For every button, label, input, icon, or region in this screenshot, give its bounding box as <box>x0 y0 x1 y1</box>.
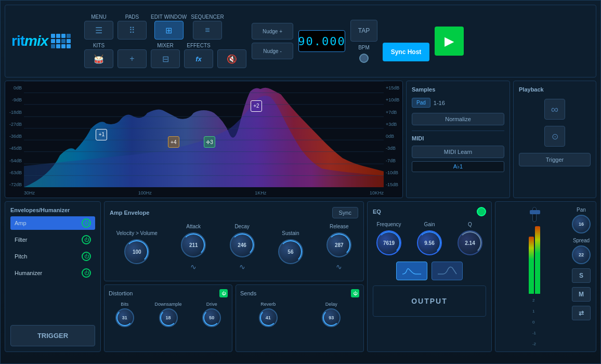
release-knob[interactable]: 287 <box>326 232 351 257</box>
shuffle-button[interactable]: ⇄ <box>572 306 591 320</box>
filter-power-icon[interactable]: ⏻ <box>82 235 91 244</box>
midi-note-display: A♭1 <box>412 161 504 172</box>
attack-ring <box>182 233 205 256</box>
stop-dot[interactable] <box>359 54 369 63</box>
attack-knob[interactable]: 211 <box>181 232 206 257</box>
nav-row-top: Menu ☰ Pads ⠿ Edit Window ⊞ Sequencer ≡ <box>84 14 246 40</box>
tap-section: TAP BPM <box>350 20 377 63</box>
fader-section: 2 1 0 -1 -2 <box>501 207 568 346</box>
play-button[interactable] <box>435 27 464 56</box>
eq-shape-2-button[interactable] <box>432 262 463 280</box>
dot-button[interactable]: ⊙ <box>544 126 565 147</box>
normalize-button[interactable]: Normalize <box>412 113 504 125</box>
pads-button[interactable]: Pads ⠿ <box>117 14 147 40</box>
downsample-knob[interactable]: 18 <box>159 308 178 327</box>
spread-knob[interactable]: 22 <box>572 245 591 264</box>
attack-wave-icon[interactable]: ∿ <box>190 263 197 271</box>
sends-power-icon[interactable]: ⏻ <box>351 289 359 297</box>
decay-ring <box>231 233 254 256</box>
mixer-button[interactable]: Mixer ⊟ <box>151 43 180 68</box>
attack-label: Attack <box>186 224 201 229</box>
distortion-panel: Distortion ⏻ Bits 31 Downsample <box>104 284 232 352</box>
bits-knob[interactable]: 31 <box>115 308 134 327</box>
edit-window-button[interactable]: Edit Window ⊞ <box>151 14 187 40</box>
eq-shape-1-button[interactable] <box>396 262 427 280</box>
playback-panel: Playback ∞ ⊙ Trigger <box>513 81 596 198</box>
level-bar-l <box>529 237 534 294</box>
pan-knob[interactable]: 16 <box>572 215 591 233</box>
samples-title: Samples <box>412 86 504 93</box>
decay-wave-icon[interactable]: ∿ <box>239 263 245 271</box>
gain-knob[interactable]: 9.56 <box>417 230 442 255</box>
level-bar-r <box>535 226 540 294</box>
spectrum-canvas: +1 +2 ✛3 +4 <box>24 81 384 187</box>
solo-button[interactable]: S <box>572 268 591 283</box>
midi-learn-button[interactable]: MIDI Learn <box>412 146 504 158</box>
amp-envelope-button[interactable]: Amp ⏻ <box>10 216 95 230</box>
reverb-knob[interactable]: 41 <box>259 308 278 327</box>
trigger-main-button[interactable]: TRIGGER <box>10 325 95 346</box>
pad-selector: Pad 1-16 <box>412 98 504 108</box>
pitch-envelope-button[interactable]: Pitch ⏻ <box>10 250 95 263</box>
release-label: Release <box>330 224 349 229</box>
spectrum-container: 0dB -9dB -18dB -27dB -36dB -45dB -54dB -… <box>5 81 403 198</box>
q-knob-group: Q 2.14 <box>458 222 482 255</box>
eq-power-icon[interactable] <box>477 207 486 216</box>
distortion-power-icon[interactable]: ⏻ <box>219 289 228 297</box>
amp-sync-button[interactable]: Sync <box>332 207 358 218</box>
main-fader[interactable] <box>532 207 537 222</box>
mute-master-button[interactable]: M <box>572 287 591 302</box>
mute-button[interactable]: 🔇 <box>217 43 246 68</box>
eq-point-3[interactable]: ✛3 <box>204 136 215 148</box>
menu-button[interactable]: Menu ☰ <box>84 14 113 40</box>
amp-power-icon[interactable]: ⏻ <box>82 218 91 228</box>
delay-knob[interactable]: 93 <box>322 308 341 327</box>
humanizer-envelope-button[interactable]: Humanizer ⏻ <box>10 266 95 280</box>
logo: ritmix <box>11 33 79 49</box>
eq-shape-buttons <box>373 262 486 280</box>
bpm-display: 90.000 <box>298 30 345 52</box>
sustain-knob[interactable]: 56 <box>278 239 303 264</box>
sync-host-button[interactable]: Sync Host <box>383 43 429 61</box>
filter-envelope-button[interactable]: Filter ⏻ <box>10 233 95 246</box>
nav-buttons: Menu ☰ Pads ⠿ Edit Window ⊞ Sequencer ≡ <box>84 14 246 68</box>
tap-button[interactable]: TAP <box>350 20 377 42</box>
velocity-knob[interactable]: 100 <box>124 239 149 264</box>
kits-button[interactable]: Kits 🥁 <box>84 43 113 68</box>
pad-button[interactable]: Pad <box>412 98 430 108</box>
release-wave-icon[interactable]: ∿ <box>336 263 342 271</box>
effects-button[interactable]: Effects fx <box>184 43 213 68</box>
amp-envelope-panel: Amp Envelope Sync Velocity > Volume 100 <box>104 201 364 281</box>
eq-point-4[interactable]: +4 <box>168 136 179 148</box>
master-panel: 2 1 0 -1 -2 Pan 16 Spread <box>495 201 596 352</box>
eq-point-2[interactable]: +2 <box>251 100 262 112</box>
samples-panel: Samples Pad 1-16 Normalize MIDI MIDI Lea… <box>406 81 510 198</box>
loop-button[interactable]: ∞ <box>544 99 565 120</box>
right-column: Pan 16 Spread 22 S M ⇄ <box>572 207 591 346</box>
humanizer-power-icon[interactable]: ⏻ <box>82 268 91 278</box>
q-knob[interactable]: 2.14 <box>458 230 482 255</box>
bpm-section: 90.000 <box>298 30 345 52</box>
reverb-knob-group: Reverb 41 <box>259 302 278 327</box>
eq-point-1[interactable]: +1 <box>96 129 107 140</box>
nudge-plus-button[interactable]: Nudge + <box>252 23 293 40</box>
output-panel: OUTPUT <box>373 285 486 317</box>
decay-knob[interactable]: 246 <box>230 232 255 257</box>
nudge-section: Nudge + Nudge - <box>252 23 293 59</box>
main-container: ritmix Menu ☰ Pads ⠿ Edit Window <box>0 0 601 364</box>
pitch-power-icon[interactable]: ⏻ <box>82 252 91 261</box>
trigger-playback-button[interactable]: Trigger <box>519 153 591 166</box>
middle-section: 0dB -9dB -18dB -27dB -36dB -45dB -54dB -… <box>5 81 596 198</box>
bottom-section: Envelopes/Humanizer Amp ⏻ Filter ⏻ Pitch… <box>5 201 596 352</box>
pan-knob-group: Pan 16 <box>572 207 591 233</box>
fader-handle[interactable] <box>530 210 540 214</box>
decay-label: Decay <box>234 224 249 229</box>
freq-knob-group: Frequency 7619 <box>376 222 401 255</box>
freq-knob[interactable]: 7619 <box>376 230 401 255</box>
sustain-ring <box>279 240 302 263</box>
mixer-plus-button[interactable]: + <box>117 43 147 68</box>
nudge-minus-button[interactable]: Nudge - <box>252 43 293 59</box>
drive-knob[interactable]: 50 <box>202 308 221 327</box>
sequencer-button[interactable]: Sequencer ≡ <box>191 14 224 40</box>
envelopes-panel: Envelopes/Humanizer Amp ⏻ Filter ⏻ Pitch… <box>5 201 101 352</box>
